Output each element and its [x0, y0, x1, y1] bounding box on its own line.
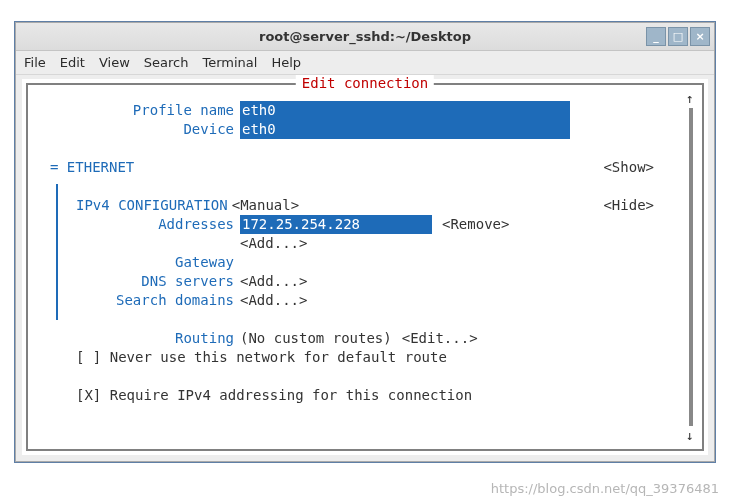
dialog-title: Edit connection: [296, 75, 434, 91]
ipv4-mode-select[interactable]: <Manual>: [232, 196, 299, 215]
dns-add-button[interactable]: <Add...>: [240, 272, 307, 291]
search-domains-label: Search domains: [76, 291, 240, 310]
maximize-button[interactable]: □: [668, 27, 688, 46]
scrollbar-track[interactable]: [689, 108, 693, 426]
profile-name-input[interactable]: eth0: [240, 101, 570, 120]
tui-dialog: Edit connection Profile name eth0 Device…: [26, 83, 704, 451]
scrollbar[interactable]: ↑ ↓: [686, 91, 696, 443]
scroll-down-icon[interactable]: ↓: [686, 428, 696, 443]
never-default-checkbox[interactable]: [ ] Never use this network for default r…: [76, 348, 447, 367]
address-add-button[interactable]: <Add...>: [240, 234, 307, 253]
window-title: root@server_sshd:~/Desktop: [259, 29, 471, 44]
dns-servers-label: DNS servers: [76, 272, 240, 291]
addresses-input[interactable]: 172.25.254.228: [240, 215, 432, 234]
require-ipv4-checkbox[interactable]: [X] Require IPv4 addressing for this con…: [76, 386, 472, 405]
terminal-window: root@server_sshd:~/Desktop _ □ × File Ed…: [15, 22, 715, 462]
addresses-label: Addresses: [76, 215, 240, 234]
menu-view[interactable]: View: [99, 55, 130, 70]
menu-edit[interactable]: Edit: [60, 55, 85, 70]
menu-file[interactable]: File: [24, 55, 46, 70]
ipv4-config-header: IPv4 CONFIGURATION: [76, 196, 232, 215]
close-button[interactable]: ×: [690, 27, 710, 46]
ethernet-show-button[interactable]: <Show>: [603, 158, 654, 177]
gateway-label: Gateway: [76, 253, 240, 272]
routing-label: Routing: [76, 329, 240, 348]
device-input[interactable]: eth0: [240, 120, 570, 139]
titlebar: root@server_sshd:~/Desktop _ □ ×: [16, 23, 714, 51]
menu-search[interactable]: Search: [144, 55, 189, 70]
search-domain-add-button[interactable]: <Add...>: [240, 291, 307, 310]
minimize-button[interactable]: _: [646, 27, 666, 46]
routing-value: (No custom routes): [240, 329, 392, 348]
terminal-content: Edit connection Profile name eth0 Device…: [22, 79, 708, 455]
address-remove-button[interactable]: <Remove>: [442, 215, 509, 234]
profile-name-label: Profile name: [50, 101, 240, 120]
menu-terminal[interactable]: Terminal: [202, 55, 257, 70]
ipv4-hide-button[interactable]: <Hide>: [603, 196, 654, 215]
routing-edit-button[interactable]: <Edit...>: [402, 329, 478, 348]
device-label: Device: [50, 120, 240, 139]
ethernet-header: = ETHERNET: [50, 158, 134, 177]
menu-bar: File Edit View Search Terminal Help: [16, 51, 714, 75]
watermark-text: https://blog.csdn.net/qq_39376481: [491, 481, 719, 496]
scroll-up-icon[interactable]: ↑: [686, 91, 696, 106]
menu-help[interactable]: Help: [271, 55, 301, 70]
